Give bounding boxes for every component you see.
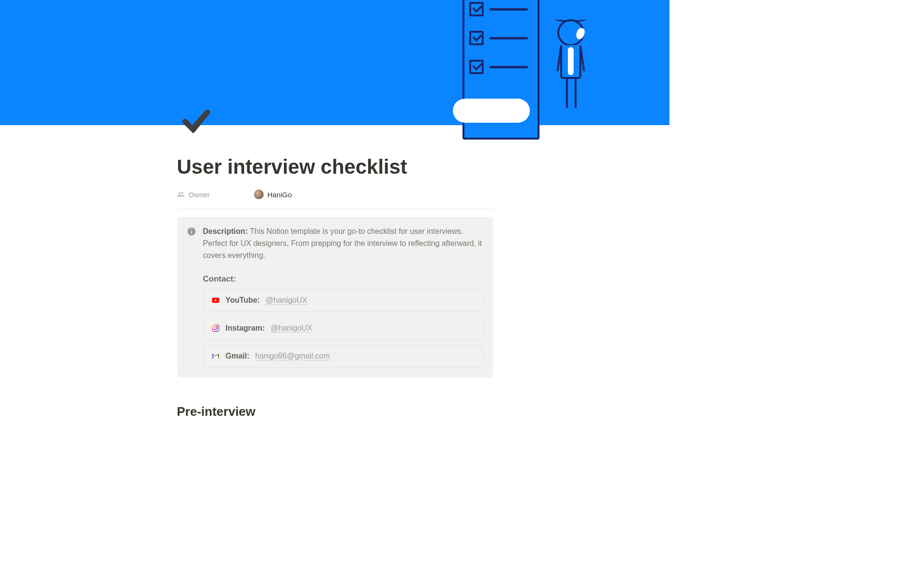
description-label: Description: bbox=[203, 227, 248, 235]
page: User interview checklist Owner HaniGo De… bbox=[0, 0, 669, 434]
illustration-person bbox=[547, 19, 595, 115]
property-value[interactable]: HaniGo bbox=[254, 190, 292, 199]
gmail-icon bbox=[211, 352, 220, 360]
svg-rect-1 bbox=[212, 325, 219, 332]
contact-link[interactable]: hanigo96@gmail.com bbox=[255, 352, 330, 360]
contact-link[interactable]: @hanigoUX bbox=[270, 324, 312, 333]
instagram-icon bbox=[211, 324, 220, 333]
property-row-owner[interactable]: Owner HaniGo bbox=[177, 190, 493, 199]
people-icon bbox=[177, 191, 185, 198]
page-title[interactable]: User interview checklist bbox=[177, 125, 493, 179]
contact-label: Instagram: bbox=[226, 324, 265, 333]
illustration-check-row bbox=[469, 2, 528, 16]
contact-label: YouTube: bbox=[226, 296, 260, 305]
page-icon-checkmark[interactable] bbox=[176, 102, 217, 142]
illustration-blob bbox=[453, 99, 530, 123]
svg-point-3 bbox=[217, 326, 218, 327]
section-heading-pre-interview[interactable]: Pre-interview bbox=[177, 404, 493, 434]
content-column: User interview checklist Owner HaniGo De… bbox=[177, 125, 493, 434]
contact-item-instagram[interactable]: Instagram: @hanigoUX bbox=[203, 317, 483, 340]
description-text[interactable]: Description: This Notion template is you… bbox=[203, 226, 483, 261]
callout-body: Description: This Notion template is you… bbox=[187, 226, 483, 261]
contact-heading: Contact: bbox=[203, 274, 483, 284]
contact-link[interactable]: @hanigoUX bbox=[266, 296, 308, 305]
youtube-icon bbox=[211, 296, 220, 305]
illustration-check-row bbox=[469, 60, 528, 74]
contact-item-gmail[interactable]: Gmail: hanigo96@gmail.com bbox=[203, 345, 483, 368]
cover-banner bbox=[0, 0, 669, 125]
avatar bbox=[254, 190, 264, 199]
property-label-text: Owner bbox=[189, 191, 210, 199]
cover-illustration bbox=[462, 5, 616, 130]
contact-label: Gmail: bbox=[226, 352, 250, 360]
info-icon bbox=[187, 227, 196, 236]
checkmark-icon bbox=[178, 104, 215, 141]
description-callout: Description: This Notion template is you… bbox=[177, 217, 493, 377]
divider bbox=[177, 209, 493, 209]
contact-item-youtube[interactable]: YouTube: @hanigoUX bbox=[203, 289, 483, 312]
illustration-check-row bbox=[469, 31, 528, 45]
svg-point-2 bbox=[214, 327, 217, 330]
owner-name: HaniGo bbox=[268, 191, 292, 199]
property-label: Owner bbox=[177, 191, 254, 199]
